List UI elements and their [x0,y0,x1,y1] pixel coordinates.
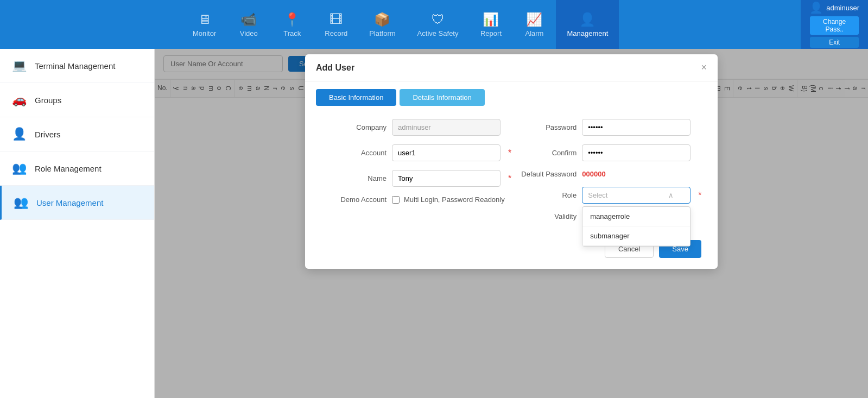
modal-header: Add User × [305,54,718,81]
chevron-down-icon: ∧ [668,191,674,199]
modal-overlay: Add User × Basic Information Details Inf… [155,49,868,398]
nav-items: 🖥 Monitor 📹 Video 📍 Track 🎞 Record 📦 Pla… [0,0,801,49]
default-pw-label: Default Password [511,170,576,178]
username-label: adminuser [826,4,859,12]
nav-label-alarm: Alarm [525,29,544,37]
user-management-icon: 👥 [12,195,29,210]
nav-label-platform: Platform [369,29,395,37]
nav-label-active-safety: Active Safety [417,29,459,37]
user-area: 👤 adminuser Change Pass.. Exit [801,0,868,49]
sidebar-item-user-management[interactable]: 👥 User Management [0,186,154,220]
monitor-icon: 🖥 [198,12,211,27]
confirm-input[interactable] [582,144,690,161]
sidebar-label-role-management: Role Management [35,164,102,173]
form-row-confirm: Confirm [511,144,701,161]
role-select-wrapper: Select ∧ managerrole submanager [582,187,690,204]
change-password-button[interactable]: Change Pass.. [810,16,859,35]
content-area: Search Show All Add No. Company UserName… [155,49,868,398]
role-select-placeholder: Select [588,191,607,199]
form-row-demo-account: Demo Account Multi Login, Password Reado… [321,195,511,204]
nav-label-monitor: Monitor [193,29,216,37]
form-row-company: Company [321,119,511,136]
modal-tabs: Basic Information Details Information [305,81,718,113]
alarm-icon: 📈 [526,12,542,27]
track-icon: 📍 [284,12,300,27]
modal-title: Add User [316,63,354,73]
company-label: Company [321,123,387,131]
demo-account-checkbox[interactable] [392,196,400,204]
modal-close-button[interactable]: × [701,62,707,73]
nav-item-report[interactable]: 📊 Report [469,0,512,49]
nav-item-platform[interactable]: 📦 Platform [358,0,406,49]
account-label: Account [321,149,387,157]
record-icon: 🎞 [330,12,343,27]
demo-account-label: Demo Account [321,195,387,204]
tab-basic-information[interactable]: Basic Information [316,89,396,106]
sidebar-item-groups[interactable]: 🚗 Groups [0,83,154,117]
drivers-icon: 👤 [11,127,27,141]
nav-item-video[interactable]: 📹 Video [227,0,270,49]
groups-icon: 🚗 [11,93,27,107]
nav-item-monitor[interactable]: 🖥 Monitor [182,0,227,49]
form-columns: Company Account * Name * [321,119,701,229]
nav-item-management[interactable]: 👤 Management [556,0,619,49]
role-management-icon: 👥 [11,161,27,175]
video-icon: 📹 [240,12,257,27]
nav-item-record[interactable]: 🎞 Record [314,0,358,49]
form-col-left: Company Account * Name * [321,119,511,229]
sidebar-label-drivers: Drivers [35,130,61,139]
form-col-right: Password Confirm Default Password 000000 [511,119,701,229]
report-icon: 📊 [483,12,499,27]
nav-label-record: Record [325,29,347,37]
nav-item-alarm[interactable]: 📈 Alarm [512,0,556,49]
sidebar-item-role-management[interactable]: 👥 Role Management [0,151,154,186]
role-dropdown: managerrole submanager [582,206,690,247]
account-input[interactable] [392,144,500,161]
main-layout: 💻 Terminal Management 🚗 Groups 👤 Drivers… [0,49,868,398]
nav-item-active-safety[interactable]: 🛡 Active Safety [407,0,470,49]
sidebar-label-terminal-management: Terminal Management [35,61,115,71]
nav-label-report: Report [480,29,502,37]
name-label: Name [321,174,387,182]
exit-button[interactable]: Exit [810,37,859,48]
sidebar-label-user-management: User Management [36,198,103,207]
form-row-name: Name * [321,170,511,187]
form-row-account: Account * [321,144,511,161]
nav-label-video: Video [240,29,258,37]
add-user-modal: Add User × Basic Information Details Inf… [305,54,718,269]
role-label: Role [511,191,576,199]
validity-label: Validity [511,212,576,220]
top-nav: 🖥 Monitor 📹 Video 📍 Track 🎞 Record 📦 Pla… [0,0,868,49]
management-icon: 👤 [579,12,595,27]
nav-label-track: Track [283,29,301,37]
default-pw-value: 000000 [582,170,605,178]
nav-label-management: Management [567,29,608,37]
user-avatar-icon: 👤 [809,1,823,14]
active-safety-icon: 🛡 [432,12,445,27]
sidebar-item-terminal-management[interactable]: 💻 Terminal Management [0,49,154,83]
sidebar-item-drivers[interactable]: 👤 Drivers [0,117,154,151]
password-input[interactable] [582,119,690,136]
sidebar-label-groups: Groups [35,96,61,105]
user-info: 👤 adminuser [809,1,859,14]
name-input[interactable] [392,170,500,187]
password-label: Password [511,123,576,131]
sidebar: 💻 Terminal Management 🚗 Groups 👤 Drivers… [0,49,155,398]
tab-details-information[interactable]: Details Information [400,89,484,106]
form-row-default-pw: Default Password 000000 [511,170,701,178]
terminal-management-icon: 💻 [11,59,27,73]
role-select-display[interactable]: Select ∧ [582,187,690,204]
form-row-password: Password [511,119,701,136]
confirm-label: Confirm [511,149,576,157]
modal-body: Company Account * Name * [305,113,718,235]
company-input[interactable] [392,119,500,136]
role-option-submanager[interactable]: submanager [582,226,690,246]
role-required: * [698,191,701,200]
multi-login-label: Multi Login, Password Readonly [404,195,505,204]
role-option-managerrole[interactable]: managerrole [582,207,690,226]
form-row-role: Role Select ∧ managerrole submanager [511,187,701,204]
platform-icon: 📦 [374,12,390,27]
nav-item-track[interactable]: 📍 Track [270,0,314,49]
demo-account-checkbox-row: Multi Login, Password Readonly [392,195,505,204]
